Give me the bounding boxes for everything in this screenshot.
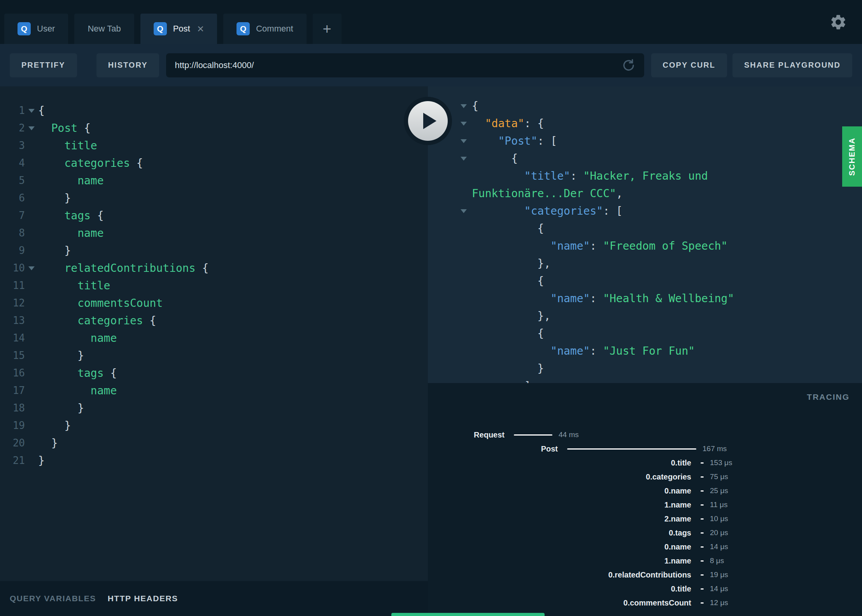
play-button-circle bbox=[408, 101, 448, 141]
tracing-toggle-button[interactable] bbox=[391, 613, 545, 616]
line-number: 13 bbox=[0, 312, 25, 329]
line-number: 17 bbox=[0, 382, 25, 399]
fold-caret-icon[interactable] bbox=[25, 259, 38, 277]
query-variables-tab[interactable]: QUERY VARIABLES bbox=[10, 594, 96, 603]
tracing-duration-bar bbox=[514, 434, 552, 436]
token: { bbox=[143, 314, 156, 327]
toolbar: PRETTIFY HISTORY COPY CURL SHARE PLAYGRO… bbox=[0, 44, 862, 86]
token: { bbox=[91, 209, 104, 222]
tracing-row: 0.name14 μs bbox=[428, 540, 862, 554]
response-line: "name": "Just For Fun" bbox=[428, 342, 862, 360]
line-number: 10 bbox=[0, 259, 25, 277]
query-line: 7 tags { bbox=[0, 207, 428, 224]
share-playground-button[interactable]: SHARE PLAYGROUND bbox=[732, 53, 852, 77]
collapse-caret-icon[interactable] bbox=[461, 104, 467, 108]
query-line: 19 } bbox=[0, 417, 428, 434]
tracing-row: 0.commentsCount12 μs bbox=[428, 596, 862, 610]
token: { bbox=[472, 100, 478, 112]
tracing-row-time: 12 μs bbox=[710, 598, 728, 607]
tracing-row-time: 11 μs bbox=[710, 500, 727, 509]
token: "Post" bbox=[472, 135, 538, 147]
tab-user[interactable]: QUser bbox=[4, 14, 68, 44]
play-icon bbox=[423, 113, 436, 129]
fold-spacer bbox=[25, 189, 38, 207]
editor-bottom-bar: QUERY VARIABLES HTTP HEADERS bbox=[0, 581, 428, 616]
query-line: 12 commentsCount bbox=[0, 294, 428, 312]
tracing-rows: Request44 msPost167 ms0.title153 μs0.cat… bbox=[428, 428, 862, 610]
tracing-row: 0.relatedContributions19 μs bbox=[428, 568, 862, 582]
execute-query-button[interactable] bbox=[404, 97, 452, 145]
fold-spacer bbox=[25, 399, 38, 417]
query-editor[interactable]: 1{2 Post {3 title4 categories {5 name6 }… bbox=[0, 86, 428, 581]
line-number: 4 bbox=[0, 154, 25, 172]
line-number: 19 bbox=[0, 417, 25, 434]
token: : bbox=[590, 292, 603, 305]
response-line: { bbox=[428, 97, 862, 115]
collapse-caret-icon[interactable] bbox=[461, 157, 467, 161]
token: { bbox=[196, 262, 209, 275]
tab-new-tab[interactable]: New Tab bbox=[74, 14, 134, 44]
tracing-row-time: 153 μs bbox=[710, 458, 732, 467]
fold-spacer bbox=[25, 277, 38, 294]
reload-schema-icon[interactable] bbox=[622, 58, 636, 72]
tab-label: New Tab bbox=[88, 24, 121, 34]
prettify-button[interactable]: PRETTIFY bbox=[10, 53, 77, 77]
settings-gear-icon[interactable] bbox=[829, 13, 847, 31]
token: { bbox=[104, 367, 117, 380]
collapse-caret-icon[interactable] bbox=[461, 122, 467, 126]
query-line: 3 title bbox=[0, 137, 428, 154]
fold-spacer bbox=[25, 417, 38, 434]
response-line: }, bbox=[428, 255, 862, 272]
collapse-caret-icon[interactable] bbox=[461, 209, 467, 213]
fold-caret-icon[interactable] bbox=[25, 119, 38, 137]
response-line: { bbox=[428, 150, 862, 167]
query-code: } bbox=[38, 434, 58, 452]
token: name bbox=[38, 384, 117, 397]
token: { bbox=[472, 152, 518, 165]
tracing-duration-bar bbox=[701, 504, 704, 506]
query-code: categories { bbox=[38, 154, 143, 172]
query-code: categories { bbox=[38, 312, 156, 329]
close-tab-icon[interactable]: × bbox=[197, 23, 204, 35]
tab-comment[interactable]: QComment bbox=[223, 14, 306, 44]
token: } bbox=[38, 454, 45, 467]
history-button[interactable]: HISTORY bbox=[96, 53, 159, 77]
query-badge-icon: Q bbox=[237, 22, 250, 35]
token: { bbox=[472, 222, 544, 235]
response-pane: { "data": { "Post": [ { "title": "Hacker… bbox=[428, 86, 862, 383]
caret-down-icon bbox=[28, 126, 35, 130]
query-code: relatedContributions { bbox=[38, 259, 208, 277]
token: : { bbox=[524, 117, 544, 130]
new-tab-button[interactable]: + bbox=[313, 14, 342, 44]
token: commentsCount bbox=[38, 297, 163, 310]
token: : bbox=[590, 240, 603, 252]
response-line: } bbox=[428, 360, 862, 377]
query-line: 6 } bbox=[0, 189, 428, 207]
token: "name" bbox=[472, 240, 590, 252]
fold-spacer bbox=[25, 242, 38, 259]
token: tags bbox=[38, 367, 104, 380]
query-line: 15 } bbox=[0, 347, 428, 364]
tracing-panel: TRACING Request44 msPost167 ms0.title153… bbox=[428, 383, 862, 616]
tracing-duration-bar bbox=[701, 560, 704, 562]
fold-spacer bbox=[25, 224, 38, 242]
tab-post[interactable]: QPost× bbox=[140, 14, 217, 44]
token: } bbox=[38, 244, 71, 257]
collapse-caret-icon[interactable] bbox=[461, 139, 467, 143]
schema-side-tab[interactable]: SCHEMA bbox=[842, 126, 862, 187]
token: "Hacker, Freaks und bbox=[583, 170, 708, 182]
url-input[interactable] bbox=[175, 60, 621, 70]
tracing-row-label: 2.name bbox=[428, 514, 691, 523]
fold-caret-icon[interactable] bbox=[25, 102, 38, 119]
response-line: { bbox=[428, 220, 862, 237]
copy-curl-button[interactable]: COPY CURL bbox=[651, 53, 727, 77]
http-headers-tab[interactable]: HTTP HEADERS bbox=[108, 594, 178, 603]
token: } bbox=[472, 362, 544, 375]
caret-down-icon bbox=[28, 109, 35, 113]
query-code: } bbox=[38, 242, 71, 259]
token: name bbox=[38, 227, 104, 240]
token: title bbox=[38, 279, 110, 292]
fold-spacer bbox=[25, 452, 38, 469]
tracing-row: 0.title153 μs bbox=[428, 456, 862, 470]
line-number: 1 bbox=[0, 102, 25, 119]
